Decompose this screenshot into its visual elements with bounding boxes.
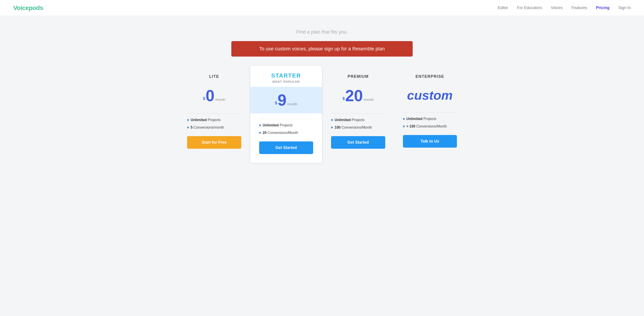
- bullet-icon: [259, 132, 261, 134]
- plan-premium-name: PREMIUM: [331, 74, 385, 79]
- nav-pricing[interactable]: Pricing: [596, 5, 610, 10]
- plan-lite-divider: [187, 113, 241, 114]
- premium-get-started-button[interactable]: Get Started: [331, 136, 385, 149]
- header: Voicepods Editor For Educators Voices Fe…: [0, 0, 644, 16]
- nav-for-educators[interactable]: For Educators: [517, 5, 542, 10]
- bullet-icon: [187, 119, 189, 121]
- plan-starter-price-section: $ 9 /month: [250, 87, 322, 113]
- plan-premium-price: 20: [345, 88, 363, 104]
- bullet-icon: [403, 125, 405, 127]
- list-item: > 100 Conversions/Month: [403, 124, 457, 128]
- plan-enterprise-name: ENTERPRISE: [403, 74, 457, 79]
- nav-voices[interactable]: Voices: [551, 5, 562, 10]
- list-item: Unlimited Projects: [331, 118, 385, 122]
- list-item: 5 Conversions/month: [187, 125, 241, 129]
- plan-lite-dollar: $: [203, 96, 205, 101]
- start-free-button[interactable]: Start for Free: [187, 136, 241, 149]
- bullet-icon: [331, 127, 333, 128]
- list-item: Unlimited Projects: [259, 123, 314, 127]
- main-content: Find a plan that fits you. To use custom…: [167, 16, 477, 181]
- plan-enterprise-divider: [403, 112, 457, 112]
- plan-starter-dollar: $: [275, 101, 277, 105]
- list-item: Unlimited Projects: [187, 118, 241, 122]
- plan-premium-features: Unlimited Projects 100 Conversions/Month: [331, 118, 385, 129]
- plan-starter-divider: [259, 119, 314, 119]
- bullet-icon: [331, 119, 333, 121]
- alert-banner: To use custom voices, please sign up for…: [231, 41, 413, 56]
- plan-lite-price: 0: [206, 88, 214, 104]
- plan-lite-features: Unlimited Projects 5 Conversions/month: [187, 118, 241, 129]
- plan-premium-divider: [331, 113, 385, 114]
- list-item: Unlimited Projects: [403, 117, 457, 121]
- starter-get-started-button[interactable]: Get Started: [259, 141, 314, 154]
- plan-starter-name: STARTER: [259, 72, 314, 79]
- plan-lite: LITE $ 0 /month Unlimited Projects 5 Con…: [178, 68, 250, 158]
- plan-lite-period: /month: [215, 98, 225, 101]
- nav-editor[interactable]: Editor: [498, 5, 508, 10]
- plan-starter-period: /month: [287, 102, 297, 106]
- page-subtitle: Find a plan that fits you.: [176, 29, 468, 35]
- plan-lite-name: LITE: [187, 74, 241, 79]
- plan-premium-period: /month: [364, 98, 374, 101]
- plan-enterprise-price-section: custom: [403, 83, 457, 107]
- pricing-grid: LITE $ 0 /month Unlimited Projects 5 Con…: [178, 68, 466, 163]
- enterprise-talk-button[interactable]: Talk to Us: [403, 135, 457, 148]
- list-item: 100 Conversions/Month: [331, 125, 385, 129]
- nav-features[interactable]: Features: [572, 5, 587, 10]
- bullet-icon: [187, 127, 189, 128]
- plan-enterprise-features: Unlimited Projects > 100 Conversions/Mon…: [403, 117, 457, 128]
- plan-premium-price-section: $ 20 /month: [331, 83, 385, 108]
- logo[interactable]: Voicepods: [13, 4, 43, 11]
- plan-enterprise-price: custom: [407, 88, 453, 102]
- bullet-icon: [259, 124, 261, 126]
- list-item: 20 Conversions/Month: [259, 131, 314, 135]
- plan-premium-dollar: $: [342, 96, 345, 101]
- plan-starter-tag: MOST POPULAR: [259, 80, 314, 83]
- plan-enterprise: ENTERPRISE custom Unlimited Projects > 1…: [394, 68, 466, 156]
- plan-starter-price: 9: [278, 92, 286, 108]
- plan-starter-features: Unlimited Projects 20 Conversions/Month: [259, 123, 314, 135]
- nav-sign-in[interactable]: Sign In: [618, 5, 631, 10]
- bullet-icon: [403, 118, 405, 120]
- nav: Editor For Educators Voices Features Pri…: [498, 5, 631, 10]
- plan-starter: STARTER MOST POPULAR $ 9 /month Unlimite…: [250, 65, 322, 163]
- plan-premium: PREMIUM $ 20 /month Unlimited Projects 1…: [322, 68, 394, 158]
- plan-lite-price-section: $ 0 /month: [187, 83, 241, 108]
